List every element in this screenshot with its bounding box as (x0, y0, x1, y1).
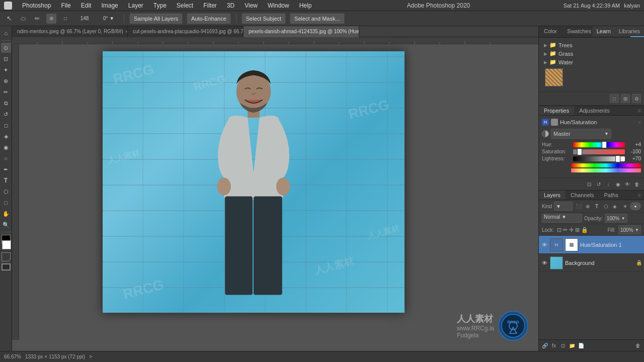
menu-3d[interactable]: 3D (225, 1, 236, 10)
kind-shape[interactable]: ⬡ (602, 202, 610, 210)
delete-layer-btn[interactable]: 🗑 (634, 341, 642, 349)
menu-image[interactable]: Image (99, 1, 120, 10)
tab-learn[interactable]: Learn (593, 26, 615, 36)
menu-filter[interactable]: Filter (201, 1, 219, 10)
lock-position[interactable]: ✛ (569, 227, 574, 233)
layers-list[interactable]: 👁 H ■ Hue/Saturation 1 👁 Background (539, 236, 644, 339)
tab-properties[interactable]: Properties (539, 106, 574, 115)
pattern-group-trees[interactable]: ▶ 📁 Trees (542, 41, 641, 49)
kind-pixel[interactable]: ⬛ (575, 202, 583, 210)
screen-mode[interactable] (2, 263, 11, 270)
lock-all[interactable]: 🔒 (581, 227, 588, 233)
status-arrow[interactable]: > (89, 354, 92, 359)
adj-btn-view[interactable]: 👁 (623, 180, 631, 188)
tab-paths[interactable]: Paths (599, 191, 623, 200)
close-layers-panel[interactable]: ≡ (635, 191, 644, 200)
menu-photoshop[interactable]: Photoshop (20, 1, 53, 10)
opacity-value[interactable]: 100% ▼ (605, 214, 627, 223)
layer-hue-sat[interactable]: 👁 H ■ Hue/Saturation 1 (539, 236, 644, 254)
layer-eye-1[interactable]: 👁 (541, 259, 548, 266)
crop-tool[interactable]: ⊡ (1, 54, 11, 64)
lock-pixels[interactable]: ✏ (563, 227, 568, 233)
blur-tool[interactable]: ◉ (1, 142, 11, 152)
pen-tool[interactable]: ✒ (1, 164, 11, 174)
tab-1[interactable]: cut-pexels-andrea-placquadio-941693.jpg … (128, 26, 244, 37)
quick-select-tool[interactable]: ⊛ (46, 14, 56, 24)
text-tool[interactable]: T (1, 175, 11, 186)
panel-icon-3[interactable]: ⚙ (632, 94, 641, 103)
menu-type[interactable]: Type (151, 1, 169, 10)
clone-tool[interactable]: ⧉ (1, 98, 11, 108)
fill-value[interactable]: 100% ▼ (618, 225, 641, 234)
menu-select[interactable]: Select (175, 1, 195, 10)
pattern-preview-thumb[interactable] (545, 68, 563, 86)
add-style-btn[interactable]: fx (550, 341, 558, 349)
kind-adjustment[interactable]: ⊕ (584, 202, 592, 210)
kind-type[interactable]: T (593, 202, 601, 210)
dodge-tool[interactable]: ○ (1, 153, 11, 163)
close-props-panel[interactable]: ≡ (635, 106, 644, 115)
lasso-tool[interactable]: ⬭ (18, 14, 28, 24)
sample-all-layers-btn[interactable]: Sample All Layers (129, 13, 183, 24)
background-color[interactable] (2, 240, 11, 249)
blend-mode-select[interactable]: Normal ▼ (542, 214, 582, 223)
kind-smart[interactable]: ◈ (611, 202, 619, 210)
panel-icon-2[interactable]: ⊞ (621, 94, 630, 103)
tab-0[interactable]: ndim-mentors.jpeg @ 66.7% (Layer 0, RGB/… (12, 26, 128, 37)
brush-tool[interactable]: ✏ (32, 14, 42, 24)
canvas-document[interactable]: RRCG 人人素材 RRCG 人人素材 RRCG RRCG 人人素材 (103, 51, 405, 313)
pattern-group-water[interactable]: ▶ 📁 Water (542, 58, 641, 66)
hue-thumb[interactable] (602, 141, 607, 148)
history-tool[interactable]: ↺ (1, 109, 11, 119)
quick-select-tool-left[interactable]: ⊙ (1, 43, 11, 53)
select-and-mask-btn[interactable]: Select and Mask... (290, 13, 345, 24)
tab-layers[interactable]: Layers (539, 191, 566, 200)
menu-help[interactable]: Help (297, 1, 314, 10)
tab-adjustments[interactable]: Adjustments (574, 106, 615, 115)
move-tool[interactable]: ↖ (4, 14, 14, 24)
new-group-btn[interactable]: 📁 (568, 341, 576, 349)
gradient-tool[interactable]: ◈ (1, 131, 11, 141)
link-layers-btn[interactable]: 🔗 (541, 341, 549, 349)
layer-background[interactable]: 👁 Background 🔒 (539, 254, 644, 272)
eyedropper-tool[interactable]: ✦ (1, 65, 11, 75)
tab-swatches[interactable]: Swatches (562, 26, 596, 37)
select-subject-btn[interactable]: Select Subject (242, 13, 286, 24)
adj-btn-delete[interactable]: 🗑 (633, 180, 641, 188)
path-tool[interactable]: ⬡ (1, 187, 11, 197)
hs-circle-icon[interactable] (542, 130, 549, 137)
tab-2[interactable]: pexels-danish-ahmad-4124335.jpg @ 100% (… (244, 26, 359, 37)
hand-tool[interactable]: ✋ (1, 209, 11, 219)
filter-toggle[interactable]: ● (630, 202, 641, 210)
saturation-slider[interactable] (573, 149, 625, 154)
panel-icon-1[interactable]: □ (610, 94, 619, 103)
add-mask-btn[interactable]: ⊡ (559, 341, 567, 349)
hue-slider[interactable] (573, 142, 625, 147)
menu-layer[interactable]: Layer (126, 1, 145, 10)
lock-transparent[interactable]: ⊡ (557, 227, 561, 233)
home-tool[interactable]: ⌂ (1, 28, 11, 38)
adj-btn-mask[interactable]: ◉ (614, 180, 622, 188)
canvas-area[interactable]: ndim-mentors.jpeg @ 66.7% (Layer 0, RGB/… (12, 26, 538, 351)
adj-btn-1[interactable]: ⊡ (585, 180, 593, 188)
menu-file[interactable]: File (59, 1, 72, 10)
layer-eye-0[interactable]: 👁 (541, 241, 548, 248)
menu-window[interactable]: Window (266, 1, 291, 10)
brush-tool-left[interactable]: ✏ (1, 87, 11, 97)
zoom-tool[interactable]: 🔍 (1, 220, 11, 230)
quick-mask[interactable] (2, 252, 11, 261)
new-layer-btn[interactable]: 📄 (577, 341, 585, 349)
kind-dropdown[interactable]: ▼ (554, 202, 573, 211)
eraser-tool-left[interactable]: ◻ (1, 120, 11, 130)
tab-libraries[interactable]: Libraries (615, 26, 644, 36)
pattern-group-grass[interactable]: ▶ 📁 Grass (542, 49, 641, 58)
auto-enhance-btn[interactable]: Auto-Enhance (187, 13, 231, 24)
saturation-thumb[interactable] (577, 148, 582, 155)
menu-edit[interactable]: Edit (79, 1, 94, 10)
lightness-slider[interactable] (573, 156, 625, 161)
filter-icon-1[interactable]: ☀ (621, 202, 629, 210)
tab-channels[interactable]: Channels (566, 191, 599, 200)
eraser-tool[interactable]: □ (60, 14, 70, 24)
heal-tool[interactable]: ⊕ (1, 76, 11, 86)
preset-dropdown[interactable]: Master ▼ (551, 129, 611, 139)
